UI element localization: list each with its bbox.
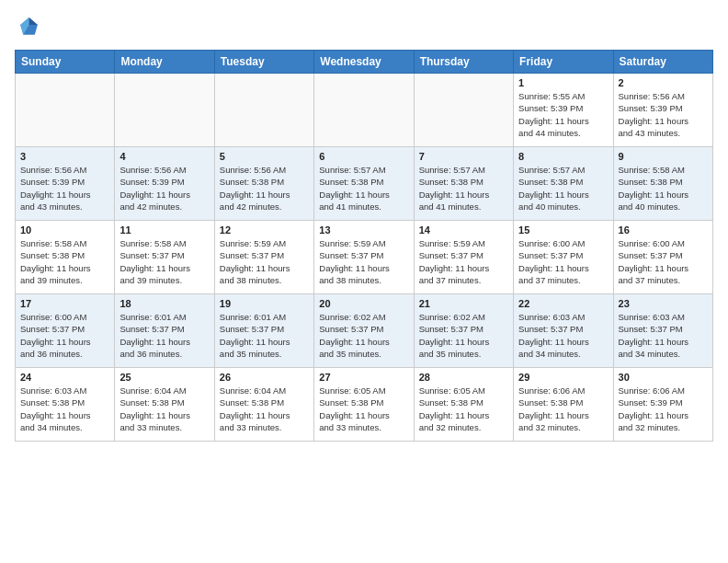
day-info: Sunrise: 5:56 AM Sunset: 5:38 PM Dayligh… [220,164,309,213]
calendar-cell: 15Sunrise: 6:00 AM Sunset: 5:37 PM Dayli… [514,221,613,294]
day-number: 30 [619,372,708,383]
calendar-body: 1Sunrise: 5:55 AM Sunset: 5:39 PM Daylig… [16,74,713,442]
day-number: 15 [518,224,608,236]
day-number: 17 [20,298,109,309]
calendar-cell: 4Sunrise: 5:56 AM Sunset: 5:39 PM Daylig… [115,147,214,221]
day-info: Sunrise: 6:00 AM Sunset: 5:37 PM Dayligh… [518,237,608,286]
calendar-cell: 24Sunrise: 6:03 AM Sunset: 5:38 PM Dayli… [16,368,115,442]
day-number: 18 [119,298,209,309]
weekday-header-sunday: Sunday [16,51,115,74]
calendar-cell [214,74,313,147]
day-number: 27 [319,372,408,383]
calendar-cell [16,74,115,147]
calendar-cell: 1Sunrise: 5:55 AM Sunset: 5:39 PM Daylig… [514,74,613,147]
calendar-cell: 11Sunrise: 5:58 AM Sunset: 5:37 PM Dayli… [115,221,214,294]
day-number: 26 [220,372,309,383]
logo [15,15,44,40]
day-info: Sunrise: 6:02 AM Sunset: 5:37 PM Dayligh… [319,311,408,360]
day-number: 14 [419,224,508,236]
calendar-cell [414,74,513,147]
day-info: Sunrise: 6:03 AM Sunset: 5:37 PM Dayligh… [518,311,608,360]
calendar-cell: 5Sunrise: 5:56 AM Sunset: 5:38 PM Daylig… [214,147,313,221]
calendar-cell: 27Sunrise: 6:05 AM Sunset: 5:38 PM Dayli… [314,368,414,442]
weekday-header-monday: Monday [115,51,214,74]
calendar-cell: 28Sunrise: 6:05 AM Sunset: 5:38 PM Dayli… [414,368,513,442]
day-number: 7 [419,151,508,162]
day-info: Sunrise: 6:04 AM Sunset: 5:38 PM Dayligh… [220,385,309,433]
day-info: Sunrise: 6:06 AM Sunset: 5:38 PM Dayligh… [518,385,608,433]
day-info: Sunrise: 6:00 AM Sunset: 5:37 PM Dayligh… [20,311,109,360]
day-info: Sunrise: 6:03 AM Sunset: 5:37 PM Dayligh… [619,311,708,360]
week-row-5: 24Sunrise: 6:03 AM Sunset: 5:38 PM Dayli… [16,368,713,442]
day-info: Sunrise: 5:58 AM Sunset: 5:38 PM Dayligh… [619,164,708,213]
day-number: 28 [419,372,508,383]
logo-icon [15,15,40,40]
week-row-2: 3Sunrise: 5:56 AM Sunset: 5:39 PM Daylig… [16,147,713,221]
calendar-cell: 8Sunrise: 5:57 AM Sunset: 5:38 PM Daylig… [514,147,613,221]
calendar-cell: 12Sunrise: 5:59 AM Sunset: 5:37 PM Dayli… [214,221,313,294]
day-info: Sunrise: 5:59 AM Sunset: 5:37 PM Dayligh… [419,237,508,286]
week-row-4: 17Sunrise: 6:00 AM Sunset: 5:37 PM Dayli… [16,294,713,368]
day-info: Sunrise: 6:05 AM Sunset: 5:38 PM Dayligh… [319,385,408,433]
calendar-cell: 18Sunrise: 6:01 AM Sunset: 5:37 PM Dayli… [115,294,214,368]
day-number: 23 [619,298,708,309]
day-number: 21 [419,298,508,309]
day-info: Sunrise: 5:57 AM Sunset: 5:38 PM Dayligh… [518,164,608,213]
weekday-header-tuesday: Tuesday [214,51,313,74]
calendar-cell: 10Sunrise: 5:58 AM Sunset: 5:38 PM Dayli… [16,221,115,294]
day-info: Sunrise: 5:57 AM Sunset: 5:38 PM Dayligh… [319,164,408,213]
day-info: Sunrise: 5:57 AM Sunset: 5:38 PM Dayligh… [419,164,508,213]
calendar-cell: 16Sunrise: 6:00 AM Sunset: 5:37 PM Dayli… [613,221,712,294]
calendar-cell: 19Sunrise: 6:01 AM Sunset: 5:37 PM Dayli… [214,294,313,368]
calendar-cell: 26Sunrise: 6:04 AM Sunset: 5:38 PM Dayli… [214,368,313,442]
calendar-cell: 3Sunrise: 5:56 AM Sunset: 5:39 PM Daylig… [16,147,115,221]
day-info: Sunrise: 6:06 AM Sunset: 5:39 PM Dayligh… [619,385,708,433]
day-number: 8 [518,151,608,162]
day-info: Sunrise: 5:55 AM Sunset: 5:39 PM Dayligh… [518,90,608,139]
calendar-cell: 17Sunrise: 6:00 AM Sunset: 5:37 PM Dayli… [16,294,115,368]
calendar-cell [314,74,414,147]
day-info: Sunrise: 6:03 AM Sunset: 5:38 PM Dayligh… [20,385,109,433]
calendar-cell: 25Sunrise: 6:04 AM Sunset: 5:38 PM Dayli… [115,368,214,442]
day-info: Sunrise: 6:04 AM Sunset: 5:38 PM Dayligh… [119,385,209,433]
weekday-row: SundayMondayTuesdayWednesdayThursdayFrid… [16,51,713,74]
day-info: Sunrise: 5:59 AM Sunset: 5:37 PM Dayligh… [220,237,309,286]
calendar-table: SundayMondayTuesdayWednesdayThursdayFrid… [15,50,713,442]
day-info: Sunrise: 5:58 AM Sunset: 5:37 PM Dayligh… [119,237,209,286]
week-row-3: 10Sunrise: 5:58 AM Sunset: 5:38 PM Dayli… [16,221,713,294]
calendar-cell: 6Sunrise: 5:57 AM Sunset: 5:38 PM Daylig… [314,147,414,221]
weekday-header-friday: Friday [514,51,613,74]
calendar-cell: 2Sunrise: 5:56 AM Sunset: 5:39 PM Daylig… [613,74,712,147]
day-number: 10 [20,224,109,236]
day-info: Sunrise: 5:56 AM Sunset: 5:39 PM Dayligh… [619,90,708,139]
week-row-1: 1Sunrise: 5:55 AM Sunset: 5:39 PM Daylig… [16,74,713,147]
page: SundayMondayTuesdayWednesdayThursdayFrid… [0,0,728,451]
day-info: Sunrise: 5:59 AM Sunset: 5:37 PM Dayligh… [319,237,408,286]
day-info: Sunrise: 6:02 AM Sunset: 5:37 PM Dayligh… [419,311,508,360]
calendar-header: SundayMondayTuesdayWednesdayThursdayFrid… [16,51,713,74]
day-number: 6 [319,151,408,162]
day-number: 5 [220,151,309,162]
day-info: Sunrise: 6:05 AM Sunset: 5:38 PM Dayligh… [419,385,508,433]
day-number: 12 [220,224,309,236]
calendar-cell: 29Sunrise: 6:06 AM Sunset: 5:38 PM Dayli… [514,368,613,442]
day-number: 1 [518,77,608,88]
day-info: Sunrise: 5:56 AM Sunset: 5:39 PM Dayligh… [119,164,209,213]
day-number: 3 [20,151,109,162]
calendar-cell: 20Sunrise: 6:02 AM Sunset: 5:37 PM Dayli… [314,294,414,368]
day-number: 11 [119,224,209,236]
day-info: Sunrise: 6:01 AM Sunset: 5:37 PM Dayligh… [220,311,309,360]
calendar-cell: 21Sunrise: 6:02 AM Sunset: 5:37 PM Dayli… [414,294,513,368]
day-number: 22 [518,298,608,309]
calendar-cell: 22Sunrise: 6:03 AM Sunset: 5:37 PM Dayli… [514,294,613,368]
day-number: 13 [319,224,408,236]
day-number: 16 [619,224,708,236]
calendar-cell: 14Sunrise: 5:59 AM Sunset: 5:37 PM Dayli… [414,221,513,294]
day-info: Sunrise: 5:56 AM Sunset: 5:39 PM Dayligh… [20,164,109,213]
calendar-cell: 9Sunrise: 5:58 AM Sunset: 5:38 PM Daylig… [613,147,712,221]
calendar-cell: 13Sunrise: 5:59 AM Sunset: 5:37 PM Dayli… [314,221,414,294]
calendar-cell: 30Sunrise: 6:06 AM Sunset: 5:39 PM Dayli… [613,368,712,442]
day-number: 20 [319,298,408,309]
day-info: Sunrise: 5:58 AM Sunset: 5:38 PM Dayligh… [20,237,109,286]
day-info: Sunrise: 6:01 AM Sunset: 5:37 PM Dayligh… [119,311,209,360]
